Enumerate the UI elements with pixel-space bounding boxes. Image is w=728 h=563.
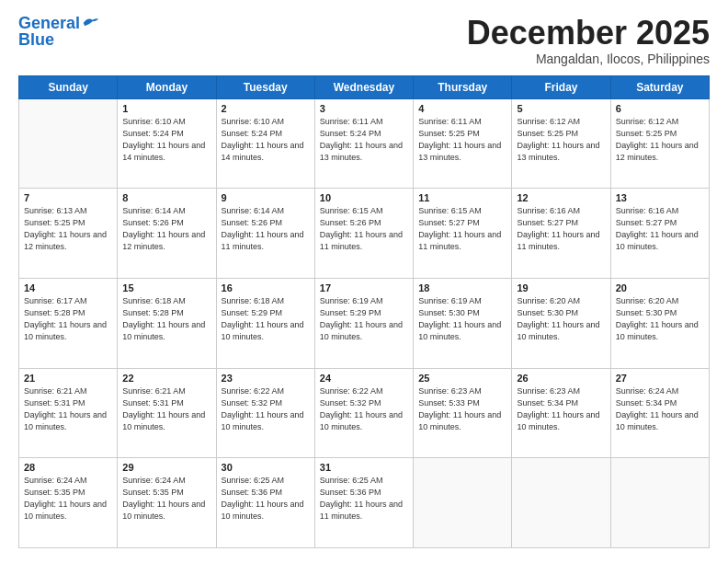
- day-number: 8: [122, 192, 210, 203]
- week-row-0: 1Sunrise: 6:10 AM Sunset: 5:24 PM Daylig…: [19, 98, 710, 189]
- day-number: 6: [616, 103, 704, 114]
- day-number: 16: [222, 282, 310, 293]
- calendar-cell: 6Sunrise: 6:12 AM Sunset: 5:25 PM Daylig…: [610, 98, 709, 189]
- calendar-cell: 5Sunrise: 6:12 AM Sunset: 5:25 PM Daylig…: [512, 98, 610, 189]
- calendar-cell: 15Sunrise: 6:18 AM Sunset: 5:28 PM Dayli…: [118, 278, 216, 368]
- weekday-header-tuesday: Tuesday: [216, 75, 314, 98]
- header: General Blue December 2025 Mangaldan, Il…: [18, 15, 710, 66]
- day-info: Sunrise: 6:20 AM Sunset: 5:30 PM Dayligh…: [616, 295, 704, 343]
- calendar-cell: 14Sunrise: 6:17 AM Sunset: 5:28 PM Dayli…: [19, 278, 118, 368]
- logo-blue: Blue: [18, 31, 54, 48]
- calendar-cell: 20Sunrise: 6:20 AM Sunset: 5:30 PM Dayli…: [610, 278, 709, 368]
- logo-bird-icon: [82, 17, 100, 29]
- day-number: 29: [122, 462, 210, 473]
- week-row-4: 28Sunrise: 6:24 AM Sunset: 5:35 PM Dayli…: [19, 458, 710, 548]
- day-info: Sunrise: 6:18 AM Sunset: 5:29 PM Dayligh…: [222, 295, 310, 343]
- calendar-cell: [19, 98, 118, 189]
- day-number: 11: [418, 192, 506, 203]
- day-number: 17: [320, 282, 408, 293]
- day-number: 25: [418, 373, 506, 384]
- week-row-2: 14Sunrise: 6:17 AM Sunset: 5:28 PM Dayli…: [19, 278, 710, 368]
- calendar-subtitle: Mangaldan, Ilocos, Philippines: [467, 52, 710, 66]
- day-info: Sunrise: 6:14 AM Sunset: 5:26 PM Dayligh…: [222, 205, 310, 253]
- day-number: 27: [616, 373, 704, 384]
- day-info: Sunrise: 6:12 AM Sunset: 5:25 PM Dayligh…: [616, 116, 704, 164]
- calendar-cell: 9Sunrise: 6:14 AM Sunset: 5:26 PM Daylig…: [216, 189, 314, 279]
- day-info: Sunrise: 6:19 AM Sunset: 5:30 PM Dayligh…: [418, 295, 506, 343]
- calendar-cell: 28Sunrise: 6:24 AM Sunset: 5:35 PM Dayli…: [19, 458, 118, 548]
- calendar-cell: 12Sunrise: 6:16 AM Sunset: 5:27 PM Dayli…: [512, 189, 610, 279]
- calendar-cell: 24Sunrise: 6:22 AM Sunset: 5:32 PM Dayli…: [314, 368, 413, 458]
- calendar-cell: 8Sunrise: 6:14 AM Sunset: 5:26 PM Daylig…: [118, 189, 216, 279]
- day-info: Sunrise: 6:25 AM Sunset: 5:36 PM Dayligh…: [320, 475, 408, 523]
- day-info: Sunrise: 6:15 AM Sunset: 5:26 PM Dayligh…: [320, 205, 408, 253]
- day-number: 9: [222, 192, 310, 203]
- weekday-header-thursday: Thursday: [414, 75, 512, 98]
- calendar-cell: 16Sunrise: 6:18 AM Sunset: 5:29 PM Dayli…: [216, 278, 314, 368]
- day-info: Sunrise: 6:24 AM Sunset: 5:35 PM Dayligh…: [24, 475, 112, 523]
- day-number: 4: [418, 103, 506, 114]
- logo-text: General: [18, 15, 80, 31]
- day-number: 18: [418, 282, 506, 293]
- day-number: 26: [517, 373, 605, 384]
- logo: General Blue: [18, 15, 100, 48]
- day-info: Sunrise: 6:21 AM Sunset: 5:31 PM Dayligh…: [24, 385, 112, 433]
- calendar-cell: 26Sunrise: 6:23 AM Sunset: 5:34 PM Dayli…: [512, 368, 610, 458]
- day-info: Sunrise: 6:11 AM Sunset: 5:24 PM Dayligh…: [320, 116, 408, 164]
- day-number: 10: [320, 192, 408, 203]
- day-number: 15: [122, 282, 210, 293]
- calendar-cell: 21Sunrise: 6:21 AM Sunset: 5:31 PM Dayli…: [19, 368, 118, 458]
- day-info: Sunrise: 6:18 AM Sunset: 5:28 PM Dayligh…: [122, 295, 210, 343]
- day-info: Sunrise: 6:15 AM Sunset: 5:27 PM Dayligh…: [418, 205, 506, 253]
- week-row-3: 21Sunrise: 6:21 AM Sunset: 5:31 PM Dayli…: [19, 368, 710, 458]
- calendar-cell: 30Sunrise: 6:25 AM Sunset: 5:36 PM Dayli…: [216, 458, 314, 548]
- day-number: 2: [222, 103, 310, 114]
- calendar-cell: 25Sunrise: 6:23 AM Sunset: 5:33 PM Dayli…: [414, 368, 512, 458]
- day-number: 3: [320, 103, 408, 114]
- day-number: 31: [320, 462, 408, 473]
- day-info: Sunrise: 6:13 AM Sunset: 5:25 PM Dayligh…: [24, 205, 112, 253]
- day-number: 1: [122, 103, 210, 114]
- day-number: 7: [24, 192, 112, 203]
- day-info: Sunrise: 6:24 AM Sunset: 5:35 PM Dayligh…: [122, 475, 210, 523]
- calendar-cell: 17Sunrise: 6:19 AM Sunset: 5:29 PM Dayli…: [314, 278, 413, 368]
- weekday-header-monday: Monday: [118, 75, 216, 98]
- day-info: Sunrise: 6:20 AM Sunset: 5:30 PM Dayligh…: [517, 295, 605, 343]
- day-info: Sunrise: 6:23 AM Sunset: 5:34 PM Dayligh…: [517, 385, 605, 433]
- day-number: 23: [222, 373, 310, 384]
- day-info: Sunrise: 6:25 AM Sunset: 5:36 PM Dayligh…: [222, 475, 310, 523]
- day-number: 24: [320, 373, 408, 384]
- calendar-cell: 7Sunrise: 6:13 AM Sunset: 5:25 PM Daylig…: [19, 189, 118, 279]
- day-number: 28: [24, 462, 112, 473]
- weekday-header-sunday: Sunday: [19, 75, 118, 98]
- calendar-cell: 27Sunrise: 6:24 AM Sunset: 5:34 PM Dayli…: [610, 368, 709, 458]
- day-number: 13: [616, 192, 704, 203]
- title-block: December 2025 Mangaldan, Ilocos, Philipp…: [467, 15, 710, 66]
- weekday-header-saturday: Saturday: [610, 75, 709, 98]
- calendar-cell: 1Sunrise: 6:10 AM Sunset: 5:24 PM Daylig…: [118, 98, 216, 189]
- day-info: Sunrise: 6:24 AM Sunset: 5:34 PM Dayligh…: [616, 385, 704, 433]
- calendar-cell: 18Sunrise: 6:19 AM Sunset: 5:30 PM Dayli…: [414, 278, 512, 368]
- logo-general: General: [18, 14, 80, 32]
- day-number: 14: [24, 282, 112, 293]
- calendar-cell: 11Sunrise: 6:15 AM Sunset: 5:27 PM Dayli…: [414, 189, 512, 279]
- calendar-cell: 10Sunrise: 6:15 AM Sunset: 5:26 PM Dayli…: [314, 189, 413, 279]
- day-info: Sunrise: 6:23 AM Sunset: 5:33 PM Dayligh…: [418, 385, 506, 433]
- day-info: Sunrise: 6:10 AM Sunset: 5:24 PM Dayligh…: [122, 116, 210, 164]
- calendar-cell: 19Sunrise: 6:20 AM Sunset: 5:30 PM Dayli…: [512, 278, 610, 368]
- page: General Blue December 2025 Mangaldan, Il…: [0, 0, 728, 563]
- day-info: Sunrise: 6:19 AM Sunset: 5:29 PM Dayligh…: [320, 295, 408, 343]
- day-info: Sunrise: 6:10 AM Sunset: 5:24 PM Dayligh…: [222, 116, 310, 164]
- calendar-cell: [610, 458, 709, 548]
- day-number: 30: [222, 462, 310, 473]
- calendar-cell: 29Sunrise: 6:24 AM Sunset: 5:35 PM Dayli…: [118, 458, 216, 548]
- calendar-cell: [512, 458, 610, 548]
- day-number: 12: [517, 192, 605, 203]
- calendar-cell: 23Sunrise: 6:22 AM Sunset: 5:32 PM Dayli…: [216, 368, 314, 458]
- calendar-cell: [414, 458, 512, 548]
- day-info: Sunrise: 6:16 AM Sunset: 5:27 PM Dayligh…: [517, 205, 605, 253]
- calendar-cell: 13Sunrise: 6:16 AM Sunset: 5:27 PM Dayli…: [610, 189, 709, 279]
- day-number: 21: [24, 373, 112, 384]
- weekday-header-friday: Friday: [512, 75, 610, 98]
- calendar-cell: 2Sunrise: 6:10 AM Sunset: 5:24 PM Daylig…: [216, 98, 314, 189]
